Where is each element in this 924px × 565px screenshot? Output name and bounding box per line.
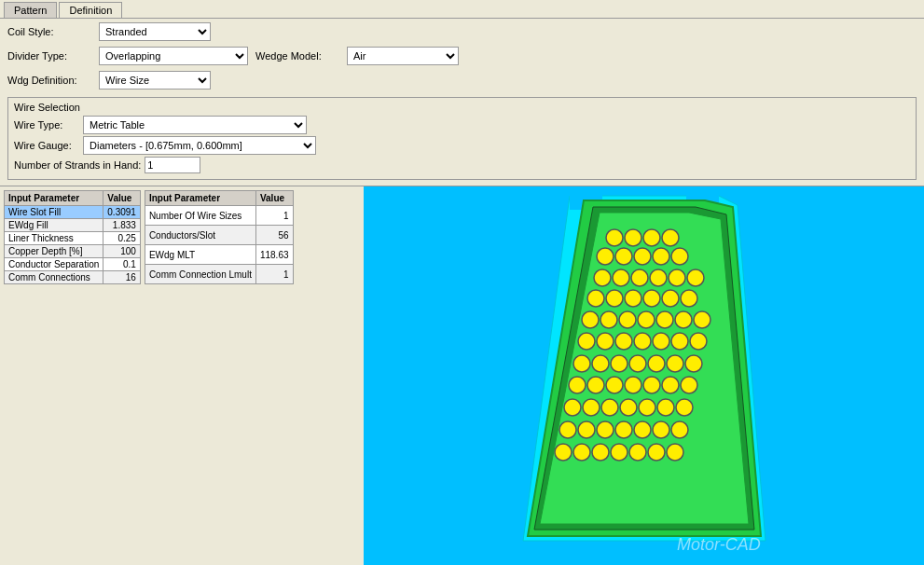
input-table1-col1-header: Input Parameter	[5, 191, 103, 206]
svg-point-49	[587, 377, 604, 393]
svg-point-40	[690, 333, 707, 350]
svg-point-15	[594, 269, 611, 286]
wire-gauge-select[interactable]: Diameters - [0.675mm, 0.600mm]	[83, 136, 316, 155]
val-conductors-slot: 56	[255, 226, 293, 245]
wire-type-select[interactable]: Metric Table	[83, 116, 307, 134]
svg-point-42	[592, 355, 609, 372]
svg-point-22	[606, 290, 623, 307]
svg-point-11	[615, 248, 632, 265]
param-comm-lmult: Comm Connection Lmult	[145, 265, 255, 284]
strands-row: Number of Strands in Hand:	[14, 157, 910, 173]
input-table2-col1-header: Input Parameter	[145, 191, 255, 206]
table-row: Conductors/Slot 56	[145, 226, 293, 245]
divider-type-label: Divider Type:	[7, 50, 91, 62]
svg-point-50	[606, 377, 623, 393]
svg-point-41	[573, 355, 590, 372]
svg-point-29	[619, 311, 636, 328]
param-ewdg-mlt: EWdg MLT	[145, 245, 255, 265]
val-wire-slot-fill: 0.3091	[103, 206, 141, 219]
svg-point-51	[625, 377, 641, 393]
svg-point-27	[582, 311, 599, 328]
svg-point-69	[555, 444, 572, 461]
svg-point-62	[559, 421, 576, 438]
svg-point-6	[606, 229, 623, 246]
input-table-1: Input Parameter Value Wire Slot Fill 0.3…	[4, 190, 141, 284]
svg-point-8	[643, 229, 660, 246]
right-panel: Motor-CAD Output Parameter Value	[364, 186, 924, 565]
divider-wedge-row: Divider Type: Overlapping Wedge Model: A…	[7, 47, 917, 65]
table-row: EWdg MLT 118.63	[145, 245, 293, 265]
svg-point-65	[615, 421, 632, 438]
svg-point-52	[643, 377, 660, 393]
svg-point-67	[653, 421, 669, 438]
table-row: Comm Connections 16	[5, 271, 141, 284]
svg-point-10	[597, 248, 614, 265]
divider-type-select[interactable]: Overlapping	[99, 47, 248, 65]
svg-point-60	[657, 399, 674, 416]
param-liner-thickness: Liner Thickness	[5, 232, 103, 245]
svg-point-12	[634, 248, 651, 265]
val-liner-thickness: 0.25	[103, 232, 141, 245]
svg-point-21	[587, 290, 604, 307]
svg-point-16	[613, 269, 629, 286]
val-ewdg-mlt: 118.63	[255, 245, 293, 265]
wire-type-label: Wire Type:	[14, 119, 79, 131]
svg-point-73	[629, 444, 646, 461]
coil-style-row: Coil Style: Stranded	[7, 22, 917, 41]
val-comm-conn: 16	[103, 271, 141, 284]
svg-point-64	[597, 421, 614, 438]
table-row: Copper Depth [%] 100	[5, 245, 141, 258]
param-num-wire-sizes: Number Of Wire Sizes	[145, 206, 255, 226]
svg-point-25	[662, 290, 679, 307]
left-panel: Input Parameter Value Wire Slot Fill 0.3…	[0, 186, 364, 565]
svg-point-26	[681, 290, 697, 307]
svg-point-53	[662, 377, 679, 393]
svg-point-18	[650, 269, 667, 286]
svg-point-72	[611, 444, 627, 461]
val-comm-lmult: 1	[255, 265, 293, 284]
wire-selection-box: Wire Selection Wire Type: Metric Table W…	[7, 97, 917, 180]
svg-point-9	[662, 229, 679, 246]
strands-label: Number of Strands in Hand:	[14, 159, 141, 171]
svg-point-45	[648, 355, 665, 372]
input-table-2: Input Parameter Value Number Of Wire Siz…	[145, 190, 294, 284]
input-table1-col2-header: Value	[103, 191, 141, 206]
val-num-wire-sizes: 1	[255, 206, 293, 226]
tab-pattern[interactable]: Pattern	[4, 2, 57, 18]
wdg-def-select[interactable]: Wire Size	[99, 71, 211, 90]
svg-point-61	[676, 399, 693, 416]
param-conductor-sep: Conductor Separation	[5, 258, 103, 271]
svg-point-46	[667, 355, 683, 372]
svg-point-68	[671, 421, 688, 438]
wedge-model-select[interactable]: Air	[347, 47, 459, 65]
table-row: Wire Slot Fill 0.3091	[5, 206, 141, 219]
content-area: Input Parameter Value Wire Slot Fill 0.3…	[0, 186, 924, 565]
param-conductors-slot: Conductors/Slot	[145, 226, 255, 245]
svg-point-28	[600, 311, 617, 328]
svg-point-47	[685, 355, 702, 372]
svg-point-31	[656, 311, 673, 328]
svg-point-66	[634, 421, 651, 438]
svg-point-37	[634, 333, 651, 350]
motor-visual: Motor-CAD	[495, 186, 793, 565]
svg-point-24	[643, 290, 660, 307]
wdg-def-label: Wdg Definition:	[7, 75, 91, 86]
top-bar: Coil Style: Stranded Divider Type: Overl…	[0, 19, 924, 186]
tab-definition[interactable]: Definition	[59, 2, 122, 18]
svg-point-70	[573, 444, 590, 461]
svg-point-48	[569, 377, 586, 393]
tab-area: Pattern Definition	[0, 0, 924, 19]
svg-point-17	[631, 269, 648, 286]
param-ewdg-fill: EWdg Fill	[5, 219, 103, 232]
svg-point-33	[694, 311, 710, 328]
svg-point-23	[625, 290, 641, 307]
strands-input[interactable]	[145, 157, 200, 173]
svg-point-57	[601, 399, 618, 416]
wedge-model-label: Wedge Model:	[255, 50, 339, 62]
svg-point-38	[653, 333, 669, 350]
svg-point-13	[653, 248, 669, 265]
coil-style-select[interactable]: Stranded	[99, 22, 211, 41]
param-comm-conn: Comm Connections	[5, 271, 103, 284]
svg-point-44	[629, 355, 646, 372]
svg-point-55	[564, 399, 581, 416]
